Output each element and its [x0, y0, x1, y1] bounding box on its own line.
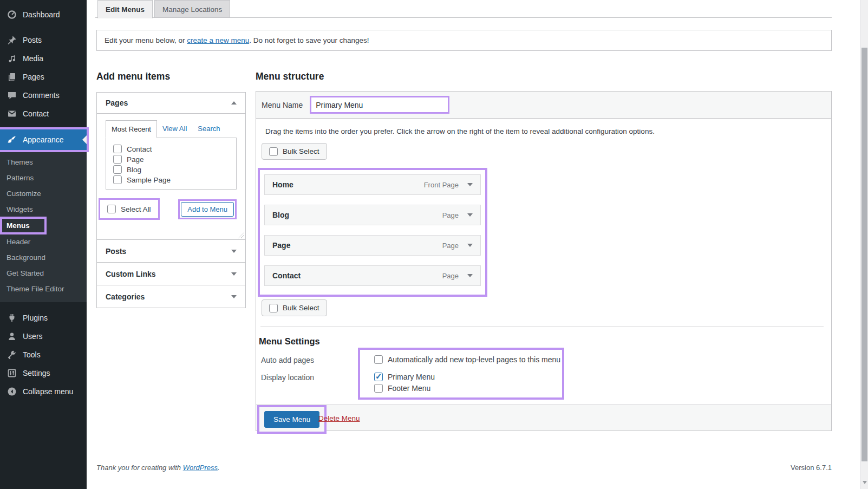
auto-add-pages-checkbox[interactable]: [374, 355, 383, 364]
sidebar-item-label: Plugins: [23, 314, 48, 322]
pages-icon: [6, 71, 17, 82]
tab-view-all[interactable]: View All: [157, 120, 192, 138]
publishing-actions-row: Save Menu Delete Menu: [256, 404, 831, 431]
chevron-down-icon[interactable]: [467, 274, 473, 280]
sidebar-subitem-background[interactable]: Background: [0, 250, 87, 265]
sidebar-item-posts[interactable]: Posts: [0, 31, 87, 49]
tab-manage-locations[interactable]: Manage Locations: [154, 0, 230, 18]
menu-item-label: Home: [272, 180, 424, 189]
chevron-up-icon[interactable]: [231, 99, 237, 105]
footer-menu-checkbox[interactable]: [374, 384, 383, 393]
save-menu-button[interactable]: Save Menu: [264, 411, 319, 428]
sidebar-item-contact[interactable]: Contact: [0, 105, 87, 123]
display-location-primary-row: Primary Menu: [374, 373, 435, 381]
sidebar-item-appearance[interactable]: Appearance: [0, 129, 87, 150]
accordion-categories[interactable]: Categories: [96, 285, 246, 308]
tab-search[interactable]: Search: [192, 120, 225, 138]
version-text: Version 6.7.1: [791, 464, 832, 472]
menu-item-label: Contact: [272, 271, 442, 280]
page-checkbox-sample-page[interactable]: [113, 175, 122, 184]
menu-name-label: Menu Name: [262, 101, 303, 109]
add-menu-items-column: Pages Most Recent View All Search Contac…: [96, 92, 246, 308]
pages-tabbar: Most Recent View All Search: [106, 120, 237, 138]
page-checkbox-contact[interactable]: [113, 145, 122, 153]
sidebar-item-label: Appearance: [23, 135, 64, 144]
sidebar-subitem-customize[interactable]: Customize: [0, 186, 87, 201]
select-all-checkbox[interactable]: [107, 205, 116, 213]
bulk-select-checkbox[interactable]: [269, 147, 278, 156]
sidebar-item-dashboard[interactable]: Dashboard: [0, 5, 87, 24]
menu-item-page[interactable]: Page Page: [264, 235, 481, 256]
accordion-posts[interactable]: Posts: [96, 240, 246, 263]
scrollbar-thumb[interactable]: [862, 48, 867, 461]
sidebar-item-settings[interactable]: Settings: [0, 364, 87, 382]
dashboard-icon: [6, 9, 17, 20]
plugin-icon: [6, 312, 17, 323]
active-menu-arrow-icon: [82, 135, 87, 144]
menu-item-home[interactable]: Home Front Page: [264, 174, 481, 195]
chevron-down-icon: [231, 272, 237, 278]
settings-divider: [260, 326, 824, 327]
wordpress-link[interactable]: WordPress: [183, 464, 218, 472]
accordion-custom-links[interactable]: Custom Links: [96, 263, 246, 285]
sidebar-item-collapse-menu[interactable]: Collapse menu: [0, 382, 87, 401]
bulk-select-toggle-top[interactable]: Bulk Select: [262, 143, 327, 160]
sidebar-subitem-theme-file-editor[interactable]: Theme File Editor: [0, 281, 87, 297]
create-new-menu-link[interactable]: create a new menu: [187, 36, 249, 44]
sidebar-subitem-patterns[interactable]: Patterns: [0, 170, 87, 186]
user-icon: [6, 331, 17, 342]
delete-menu-link[interactable]: Delete Menu: [318, 414, 360, 422]
chevron-down-icon[interactable]: [467, 244, 473, 250]
auto-add-pages-checkbox-label: Automatically add new top-level pages to…: [388, 355, 560, 364]
sidebar-subitem-menus[interactable]: Menus: [2, 219, 44, 232]
edit-menu-notice: Edit your menu below, or create a new me…: [96, 30, 832, 51]
footer-menu-checkbox-label: Footer Menu: [388, 384, 430, 393]
sidebar-item-media[interactable]: Media: [0, 49, 87, 68]
scrollbar-down-arrow-icon[interactable]: [863, 481, 867, 486]
menu-structure-body: Drag the items into the order you prefer…: [256, 119, 831, 404]
menu-name-input[interactable]: [311, 97, 448, 112]
sidebar-subitem-widgets[interactable]: Widgets: [0, 201, 87, 217]
wrench-icon: [6, 349, 17, 360]
menu-item-blog[interactable]: Blog Page: [264, 205, 481, 225]
bulk-select-toggle-bottom[interactable]: Bulk Select: [262, 299, 327, 316]
menu-item-label: Page: [272, 241, 442, 250]
primary-menu-checkbox[interactable]: [374, 373, 383, 381]
page-checkbox-page[interactable]: [113, 155, 122, 164]
sidebar-subitem-themes[interactable]: Themes: [0, 154, 87, 170]
sidebar-item-label: Pages: [23, 73, 44, 81]
bulk-select-checkbox[interactable]: [269, 304, 278, 312]
tab-edit-menus[interactable]: Edit Menus: [97, 0, 153, 18]
resize-handle[interactable]: [238, 232, 244, 238]
sidebar-item-label: Comments: [23, 91, 60, 100]
menu-item-type: Page: [442, 211, 459, 219]
sidebar-subitem-get-started[interactable]: Get Started: [0, 265, 87, 281]
page-checkbox-blog[interactable]: [113, 165, 122, 174]
tab-most-recent[interactable]: Most Recent: [106, 120, 157, 138]
sidebar-item-label: Settings: [23, 369, 50, 377]
display-location-footer-row: Footer Menu: [374, 384, 430, 393]
chevron-down-icon[interactable]: [467, 183, 473, 189]
add-to-menu-button[interactable]: Add to Menu: [181, 202, 234, 217]
sidebar-item-comments[interactable]: Comments: [0, 86, 87, 105]
sidebar-item-users[interactable]: Users: [0, 327, 87, 345]
sidebar-item-label: Collapse menu: [23, 387, 73, 396]
pages-panel-body: Most Recent View All Search Contact Page: [97, 113, 245, 239]
sidebar-item-tools[interactable]: Tools: [0, 345, 87, 364]
notice-text-suffix: . Do not forget to save your changes!: [249, 36, 369, 44]
bulk-select-label: Bulk Select: [283, 147, 319, 155]
sidebar-item-pages[interactable]: Pages: [0, 68, 87, 86]
notice-text-prefix: Edit your menu below, or: [105, 36, 187, 44]
sidebar-item-plugins[interactable]: Plugins: [0, 309, 87, 327]
pages-panel: Pages Most Recent View All Search Contac…: [96, 92, 246, 240]
chevron-down-icon: [231, 250, 237, 256]
menu-item-contact[interactable]: Contact Page: [264, 265, 481, 286]
menu-item-label: Blog: [272, 211, 442, 219]
pages-panel-header[interactable]: Pages: [97, 93, 245, 113]
sidebar-item-label: Media: [23, 54, 43, 63]
drag-hint-text: Drag the items into the order you prefer…: [265, 127, 655, 135]
page-checkbox-label: Blog: [127, 166, 141, 174]
auto-add-pages-row: Automatically add new top-level pages to…: [374, 355, 560, 364]
sidebar-subitem-header[interactable]: Header: [0, 234, 87, 250]
chevron-down-icon[interactable]: [467, 213, 473, 219]
